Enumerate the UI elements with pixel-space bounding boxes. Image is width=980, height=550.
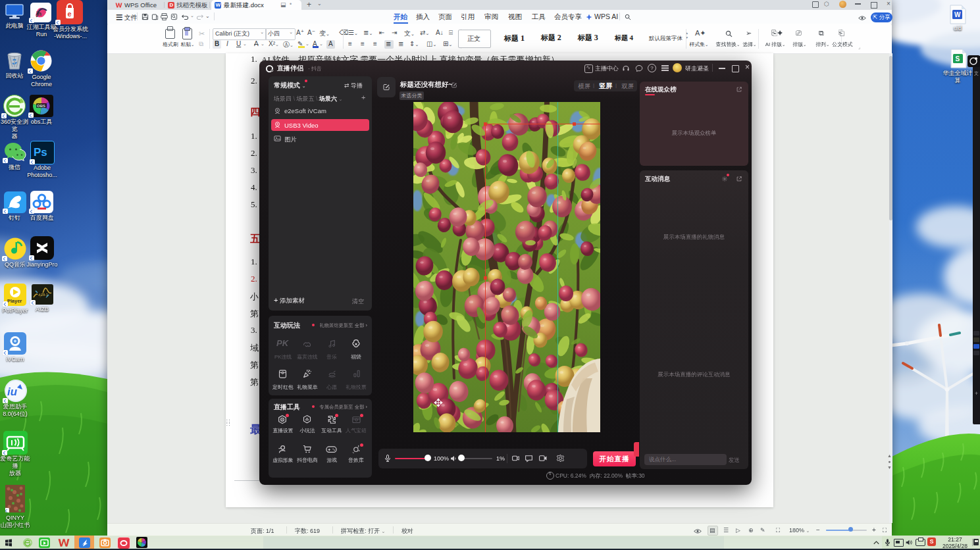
svg-text:AIZB-3: AIZB-3 bbox=[39, 293, 49, 297]
svg-text:OBS: OBS bbox=[37, 104, 45, 108]
svg-text:W: W bbox=[954, 11, 961, 18]
svg-text:jh: jh bbox=[36, 11, 41, 17]
svg-text:e: e bbox=[68, 10, 72, 18]
svg-text:S: S bbox=[956, 55, 960, 63]
svg-text:Player: Player bbox=[7, 298, 22, 304]
svg-text:iu: iu bbox=[7, 386, 18, 398]
